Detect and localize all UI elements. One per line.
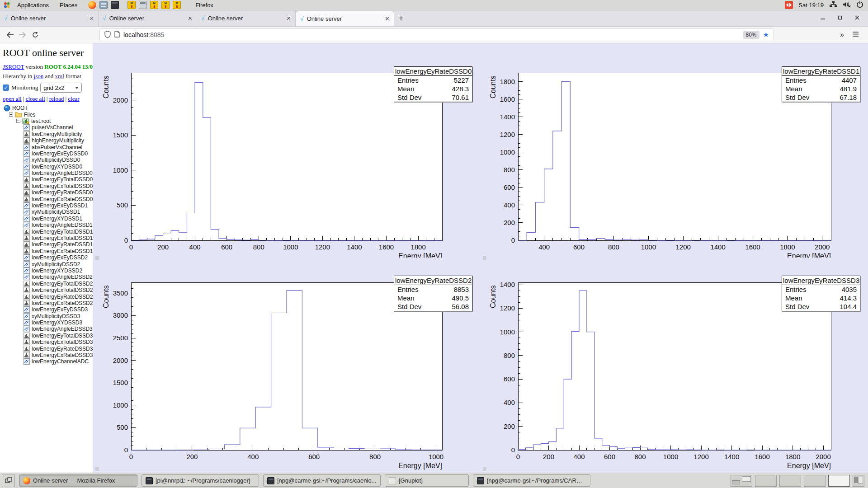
browser-tab-2[interactable]: √Online server✕ — [99, 10, 197, 26]
tree-item-xyMultiplicityDSSD3[interactable]: xyMultiplicityDSSD3 — [3, 313, 93, 319]
volume-muted-icon[interactable] — [843, 1, 851, 9]
tree-item-lowEnergyExRateDSSD1[interactable]: lowEnergyExRateDSSD1 — [3, 248, 93, 254]
tree-link-clear[interactable]: clear — [68, 95, 79, 102]
zoom-level-button[interactable]: 80% — [743, 31, 760, 39]
applications-menu[interactable]: Applications — [13, 0, 53, 10]
stats-box-lowEnergyEyRateDSSD2[interactable]: lowEnergyEyRateDSSD2Entries8853Mean490.5… — [394, 276, 472, 311]
tree-item-lowEnergyEyTotalDSSD3[interactable]: lowEnergyEyTotalDSSD3 — [3, 333, 93, 339]
workspace-tile[interactable] — [755, 475, 777, 487]
tab-close-icon[interactable]: ✕ — [188, 15, 193, 22]
tab-close-icon[interactable]: ✕ — [286, 15, 291, 22]
tree-item-lowEnergyEyTotalDSSD1[interactable]: lowEnergyEyTotalDSSD1 — [3, 228, 93, 235]
power-icon[interactable] — [856, 1, 863, 9]
hamburger-menu-icon[interactable] — [852, 31, 859, 39]
tree-link-open-all[interactable]: open all — [3, 95, 22, 102]
tree-item-lowEnergyAngleEDSSD2[interactable]: lowEnergyAngleEDSSD2 — [3, 274, 93, 280]
distro-menu-icon[interactable] — [3, 1, 11, 9]
workspace-tile[interactable] — [804, 475, 826, 487]
browser-tab-3[interactable]: √Online server✕ — [197, 10, 296, 26]
tree-item-lowEnergyEyRateDSSD1[interactable]: lowEnergyEyRateDSSD1 — [3, 241, 93, 248]
browser-tab-4[interactable]: √Online server✕ — [296, 11, 394, 26]
active-app-menu[interactable]: Firefox — [191, 0, 218, 10]
overflow-chevrons-icon[interactable]: » — [840, 31, 844, 39]
places-menu[interactable]: Places — [55, 0, 82, 10]
jsroot-link[interactable]: JSROOT — [3, 63, 24, 70]
xml-link[interactable]: xml — [55, 73, 64, 80]
tree-item-xyMultiplicityDSSD0[interactable]: xyMultiplicityDSSD0 — [3, 157, 93, 163]
terminal-launcher-icon[interactable] — [111, 1, 119, 9]
midas-icon[interactable]: M — [161, 1, 170, 9]
bookmark-star-icon[interactable]: ★ — [763, 31, 769, 39]
show-desktop-button[interactable] — [2, 474, 15, 487]
tree-item-lowEnergyExRateDSSD2[interactable]: lowEnergyExRateDSSD2 — [3, 300, 93, 306]
tree-item-lowEnergyAngleEDSSD0[interactable]: lowEnergyAngleEDSSD0 — [3, 170, 93, 176]
workspace-tile-active[interactable] — [828, 475, 850, 487]
workspace-tile[interactable] — [779, 475, 801, 487]
close-window-button[interactable] — [854, 14, 860, 22]
tree-item-lowEnergyEyTotalDSSD0[interactable]: lowEnergyEyTotalDSSD0 — [3, 176, 93, 183]
midas-icon[interactable]: M — [127, 1, 136, 9]
pad-resize-handle[interactable] — [483, 467, 486, 471]
tree-link-close-all[interactable]: close all — [26, 95, 45, 102]
taskbar-item-3[interactable]: [npg@carme-gsi:~/Programs/caenlo... — [263, 474, 381, 487]
layout-select[interactable]: grid 2x2 — [40, 83, 82, 93]
tree-item-files[interactable]: Files — [3, 111, 93, 117]
tree-item-pulserVsChannel[interactable]: pulserVsChannel — [3, 124, 93, 131]
tree-item-lowEnergyXYDSSD1[interactable]: lowEnergyXYDSSD1 — [3, 216, 93, 222]
taskbar-item-4[interactable]: [Gnuplot] — [385, 474, 469, 487]
tree-item-lowEnergyEyTotalDSSD2[interactable]: lowEnergyEyTotalDSSD2 — [3, 281, 93, 287]
tree-item-lowEnergyExTotalDSSD0[interactable]: lowEnergyExTotalDSSD0 — [3, 183, 93, 189]
stats-box-lowEnergyEyRateDSSD1[interactable]: lowEnergyEyRateDSSD1Entries4407Mean481.9… — [782, 66, 860, 102]
tree-item-lowEnergyExTotalDSSD2[interactable]: lowEnergyExTotalDSSD2 — [3, 287, 93, 293]
back-button[interactable] — [4, 28, 16, 41]
tree-item-lowEnergyExRateDSSD3[interactable]: lowEnergyExRateDSSD3 — [3, 352, 93, 358]
tree-item-lowEnergyEyRateDSSD0[interactable]: lowEnergyEyRateDSSD0 — [3, 189, 93, 196]
tree-link-reload[interactable]: reload — [49, 95, 64, 102]
tab-close-icon[interactable]: ✕ — [89, 15, 94, 22]
new-tab-button[interactable]: + — [394, 10, 408, 26]
tree-item-highEnergyMultiplicity[interactable]: highEnergyMultiplicity — [3, 137, 93, 144]
midas-icon[interactable]: M — [173, 1, 181, 9]
tree-item-lowEnergyXYDSSD2[interactable]: lowEnergyXYDSSD2 — [3, 267, 93, 274]
stats-box-lowEnergyEyRateDSSD0[interactable]: lowEnergyEyRateDSSD0Entries5227Mean428.3… — [394, 66, 472, 102]
tree-item-lowEnergyExEyDSSD2[interactable]: lowEnergyExEyDSSD2 — [3, 254, 93, 261]
stats-box-lowEnergyEyRateDSSD3[interactable]: lowEnergyEyRateDSSD3Entries4035Mean414.3… — [782, 276, 860, 311]
tree-item-lowEnergyExEyDSSD1[interactable]: lowEnergyExEyDSSD1 — [3, 202, 93, 209]
workspace-tile[interactable] — [731, 475, 752, 487]
tree-item-lowEnergyAngleEDSSD1[interactable]: lowEnergyAngleEDSSD1 — [3, 222, 93, 228]
firefox-launcher-icon[interactable] — [88, 1, 96, 9]
pad-resize-handle[interactable] — [483, 256, 486, 260]
tree-item-lowEnergyEyRateDSSD2[interactable]: lowEnergyEyRateDSSD2 — [3, 293, 93, 300]
monitoring-checkbox[interactable]: ✓ — [3, 84, 9, 91]
tree-item-root[interactable]: ROOT — [3, 105, 93, 111]
tree-item-lowEnergyExTotalDSSD3[interactable]: lowEnergyExTotalDSSD3 — [3, 339, 93, 345]
window-app-icon[interactable] — [139, 1, 147, 9]
minimize-button[interactable] — [820, 14, 826, 22]
workspace-applet[interactable] — [853, 475, 864, 487]
tree-item-lowEnergyMultiplicity[interactable]: lowEnergyMultiplicity — [3, 131, 93, 137]
midas-icon[interactable]: M — [150, 1, 158, 9]
tree-item-lowEnergyChannelADC[interactable]: lowEnergyChannelADC — [3, 358, 93, 365]
notification-icon[interactable] — [785, 1, 793, 9]
tree-item-lowEnergyExTotalDSSD1[interactable]: lowEnergyExTotalDSSD1 — [3, 235, 93, 241]
taskbar-item-2[interactable]: [pi@nnrpi1: ~/Programs/caenlogger] — [142, 474, 259, 487]
tree-item-lowEnergyExEyDSSD0[interactable]: lowEnergyExEyDSSD0 — [3, 150, 93, 157]
archive-manager-icon[interactable] — [99, 1, 108, 9]
tree-item-lowEnergyAngleEDSSD3[interactable]: lowEnergyAngleEDSSD3 — [3, 326, 93, 332]
browser-tab-1[interactable]: √Online server✕ — [0, 10, 99, 26]
tree-item-lowEnergyExRateDSSD0[interactable]: lowEnergyExRateDSSD0 — [3, 196, 93, 202]
maximize-button[interactable] — [837, 14, 843, 22]
network-icon[interactable] — [829, 1, 837, 9]
pad-resize-handle[interactable] — [95, 467, 99, 471]
tree-item-test-root[interactable]: test.root — [3, 118, 93, 124]
url-bar[interactable]: localhost:8085 80% ★ — [99, 28, 774, 41]
taskbar-item-5[interactable]: [npg@carme-gsi:~/Programs/CARME... — [473, 474, 590, 487]
tree-item-lowEnergyXYDSSD3[interactable]: lowEnergyXYDSSD3 — [3, 319, 93, 326]
clock[interactable]: Sat 19:19 — [798, 2, 824, 9]
reload-button[interactable] — [29, 28, 42, 41]
page-info-icon[interactable] — [114, 31, 120, 39]
json-link[interactable]: json — [34, 73, 44, 80]
tree-item-lowEnergyEyRateDSSD3[interactable]: lowEnergyEyRateDSSD3 — [3, 345, 93, 352]
forward-button[interactable] — [16, 28, 29, 41]
shield-icon[interactable] — [104, 31, 111, 39]
